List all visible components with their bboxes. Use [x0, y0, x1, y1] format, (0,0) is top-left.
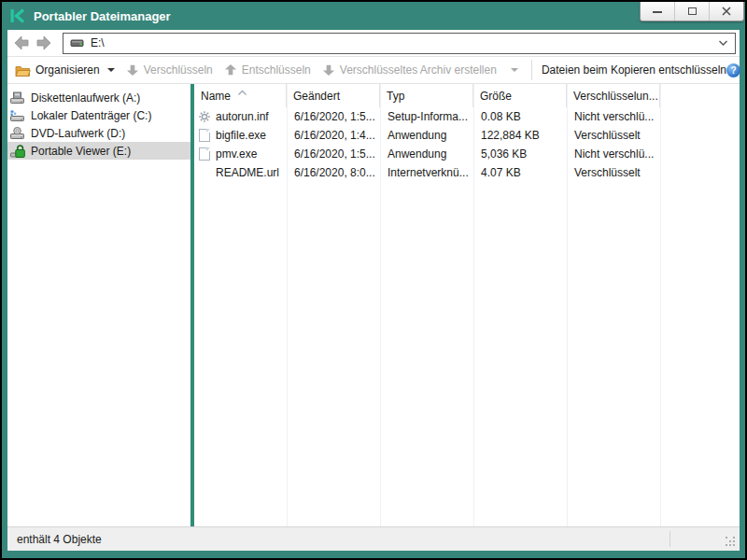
cell-type: Setup-Informa...	[380, 110, 473, 123]
file-name: autorun.inf	[216, 110, 269, 123]
folder-icon	[15, 63, 31, 77]
cell-type: Anwendung	[380, 147, 473, 161]
cell-name: bigfile.exe	[194, 129, 287, 142]
status-bar: enthält 4 Objekte	[7, 526, 740, 551]
archive-arrow-icon	[322, 63, 335, 77]
file-row[interactable]: bigfile.exe6/16/2020, 1:4...Anwendung122…	[194, 126, 740, 145]
cell-type: Internetverknü...	[380, 166, 473, 179]
column-grid-line	[287, 84, 288, 526]
file-icon	[198, 147, 211, 161]
column-header-4[interactable]: Größe	[473, 84, 567, 107]
navigation-bar: E:\	[7, 30, 740, 57]
cell-size: 4.07 KB	[473, 166, 567, 179]
window-content: E:\ Organisieren Verschlüs	[7, 30, 740, 551]
column-header-5[interactable]: Verschlüsselun...	[567, 84, 660, 107]
minimize-button[interactable]	[641, 2, 674, 21]
cell-modified: 6/16/2020, 8:0...	[287, 166, 380, 179]
column-header-3[interactable]: Typ	[380, 84, 473, 107]
decrypt-on-copy-label: Dateien beim Kopieren entschlüsseln	[542, 63, 726, 77]
window-title: Portabler Dateimanager	[34, 9, 171, 23]
drive-label: Portable Viewer (E:)	[31, 145, 131, 158]
cell-encryption: Nicht verschlü...	[567, 110, 660, 123]
encrypt-label: Verschlüsseln	[144, 63, 213, 77]
title-bar: Portabler Dateimanager	[2, 2, 745, 30]
column-grid-line	[380, 84, 381, 526]
decrypt-label: Entschlüsseln	[242, 63, 311, 77]
close-button[interactable]	[709, 2, 743, 21]
file-name: bigfile.exe	[216, 129, 266, 142]
sidebar-item-drive-d[interactable]: DVD-Laufwerk (D:)	[7, 124, 190, 142]
help-icon[interactable]: ?	[726, 63, 740, 77]
sidebar-item-drive-a[interactable]: Diskettenlaufwerk (A:)	[7, 89, 190, 106]
setup-information-icon	[198, 110, 211, 123]
close-icon	[722, 7, 731, 16]
file-list-body: autorun.inf6/16/2020, 1:5...Setup-Inform…	[194, 107, 740, 182]
column-header-2[interactable]: Geändert	[287, 84, 380, 107]
toolbar-separator	[531, 60, 532, 80]
maximize-button[interactable]	[674, 2, 709, 21]
address-bar[interactable]: E:\	[63, 33, 736, 54]
cell-encryption: Verschlüsselt	[567, 166, 660, 179]
column-header-filler	[660, 84, 740, 107]
forward-button[interactable]	[33, 33, 55, 53]
drive-label: Diskettenlaufwerk (A:)	[31, 91, 140, 105]
back-button[interactable]	[10, 33, 33, 53]
drive-label: DVD-Laufwerk (D:)	[31, 127, 125, 140]
address-dropdown-icon[interactable]	[718, 39, 728, 47]
cell-size: 0.08 KB	[473, 110, 567, 123]
dvd-drive-icon	[9, 127, 25, 140]
sidebar-item-drive-c[interactable]: Lokaler Datenträger (C:)	[7, 106, 190, 124]
file-icon	[198, 129, 211, 142]
encrypted-drive-icon	[9, 145, 25, 158]
drive-label: Lokaler Datenträger (C:)	[31, 109, 151, 122]
cell-encryption: Nicht verschlü...	[567, 147, 660, 161]
decrypt-on-copy-option[interactable]: Dateien beim Kopieren entschlüsseln	[542, 63, 726, 77]
organize-button[interactable]: Organisieren	[15, 63, 115, 77]
hard-drive-icon	[9, 109, 25, 122]
resize-grip[interactable]	[726, 537, 737, 548]
file-row[interactable]: README.url6/16/2020, 8:0...Internetverkn…	[194, 163, 740, 182]
column-grid-line	[567, 84, 568, 526]
status-separator	[669, 531, 670, 547]
toolbar: Organisieren Verschlüsseln Entschlüsseln	[7, 57, 740, 84]
kaspersky-logo-icon	[9, 7, 26, 24]
column-grid-line	[473, 84, 474, 526]
file-row[interactable]: autorun.inf6/16/2020, 1:5...Setup-Inform…	[194, 107, 740, 126]
encrypt-arrow-icon	[126, 63, 139, 77]
file-list-header: NameGeändertTypGrößeVerschlüsselun...	[194, 84, 740, 107]
drive-list: Diskettenlaufwerk (A:)Lokaler Datenträge…	[7, 84, 190, 526]
cell-modified: 6/16/2020, 1:5...	[287, 110, 380, 123]
file-name: pmv.exe	[216, 147, 257, 161]
cell-modified: 6/16/2020, 1:4...	[287, 129, 380, 142]
minimize-icon	[653, 10, 662, 13]
app-window: Portabler Dateimanager	[0, 0, 747, 560]
cell-name: pmv.exe	[194, 147, 287, 161]
sidebar-item-drive-e[interactable]: Portable Viewer (E:)	[7, 142, 190, 160]
file-row[interactable]: pmv.exe6/16/2020, 1:5...Anwendung5,036 K…	[194, 145, 740, 163]
create-encrypted-archive-button[interactable]: Verschlüsseltes Archiv erstellen	[322, 63, 518, 77]
cell-size: 5,036 KB	[473, 147, 567, 161]
status-text: enthält 4 Objekte	[17, 533, 102, 546]
cell-encryption: Verschlüsselt	[567, 129, 660, 142]
decrypt-button[interactable]: Entschlüsseln	[224, 63, 311, 77]
forward-arrow-icon	[35, 35, 52, 51]
encrypt-button[interactable]: Verschlüsseln	[126, 63, 213, 77]
back-arrow-icon	[13, 35, 30, 51]
cell-name: autorun.inf	[194, 110, 287, 123]
main-area: Diskettenlaufwerk (A:)Lokaler Datenträge…	[7, 84, 740, 526]
column-grid-line	[660, 84, 661, 526]
cell-type: Anwendung	[380, 129, 473, 142]
cell-size: 122,884 KB	[473, 129, 567, 142]
archive-caret-icon	[511, 68, 518, 72]
cell-name: README.url	[194, 166, 287, 179]
window-controls	[640, 2, 744, 21]
drive-icon	[70, 37, 85, 49]
create-archive-label: Verschlüsseltes Archiv erstellen	[340, 63, 497, 77]
organize-label: Organisieren	[35, 63, 100, 77]
address-text: E:\	[91, 36, 105, 49]
file-list-pane: NameGeändertTypGrößeVerschlüsselun... au…	[194, 84, 740, 526]
file-name: README.url	[216, 166, 279, 179]
maximize-icon	[688, 7, 697, 15]
floppy-drive-icon	[9, 91, 25, 105]
cell-modified: 6/16/2020, 1:5...	[287, 147, 380, 161]
